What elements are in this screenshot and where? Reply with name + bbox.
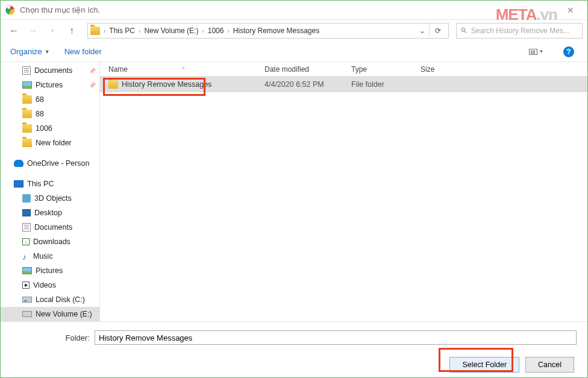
breadcrumb-item[interactable]: New Volume (E:) bbox=[142, 25, 201, 36]
sidebar-item-localdisk-c[interactable]: Local Disk (C:) bbox=[1, 292, 99, 307]
sidebar-item-pictures2[interactable]: Pictures bbox=[1, 263, 99, 278]
view-icon bbox=[529, 49, 537, 55]
folder-input-label: Folder: bbox=[11, 333, 90, 342]
folder-input[interactable] bbox=[95, 330, 577, 345]
onedrive-icon bbox=[14, 160, 23, 167]
chevron-right-icon: › bbox=[226, 28, 230, 34]
sort-indicator-icon: ^ bbox=[182, 66, 184, 72]
desktop-icon bbox=[22, 209, 31, 216]
cancel-button[interactable]: Cancel bbox=[525, 357, 574, 373]
file-list: Name^ Date modified Type Size History Re… bbox=[100, 62, 587, 321]
close-button[interactable]: ✕ bbox=[558, 2, 583, 19]
sidebar-item-videos[interactable]: ▶Videos bbox=[1, 278, 99, 292]
chevron-down-icon: ▼ bbox=[45, 49, 50, 55]
sidebar-item-88[interactable]: 88 bbox=[1, 107, 99, 121]
file-name: History Remove Messages bbox=[122, 80, 211, 89]
help-icon: ? bbox=[563, 46, 574, 57]
breadcrumb-item[interactable]: History Remove Messages bbox=[231, 25, 322, 36]
folder-icon bbox=[22, 139, 32, 147]
chrome-icon bbox=[5, 5, 15, 15]
file-date: 4/4/2020 6:52 PM bbox=[260, 80, 346, 89]
breadcrumb-item[interactable]: 1006 bbox=[205, 25, 227, 36]
disk-icon bbox=[22, 311, 32, 317]
forward-button[interactable]: → bbox=[25, 22, 42, 39]
sidebar: Documents📌 Pictures📌 68 88 1006 New fold… bbox=[1, 62, 100, 321]
search-input[interactable]: 🔍︎ Search History Remove Mes... bbox=[456, 23, 583, 39]
folder-icon bbox=[90, 27, 100, 35]
dialog-footer: Folder: Select Folder Cancel bbox=[1, 321, 587, 378]
sidebar-item-68[interactable]: 68 bbox=[1, 92, 99, 107]
sidebar-item-1006[interactable]: 1006 bbox=[1, 121, 99, 136]
main-area: Documents📌 Pictures📌 68 88 1006 New fold… bbox=[1, 62, 587, 321]
chevron-down-icon: ▼ bbox=[539, 49, 544, 54]
column-headers[interactable]: Name^ Date modified Type Size bbox=[100, 62, 587, 77]
file-type: File folder bbox=[346, 80, 416, 89]
sidebar-item-desktop[interactable]: Desktop bbox=[1, 206, 99, 220]
column-name[interactable]: Name^ bbox=[100, 65, 260, 74]
chevron-right-icon: › bbox=[137, 28, 142, 34]
column-date[interactable]: Date modified bbox=[260, 65, 346, 74]
pictures-icon bbox=[22, 267, 32, 274]
sidebar-item-newvolume-e[interactable]: New Volume (E:) bbox=[1, 307, 99, 321]
chevron-right-icon: › bbox=[201, 28, 205, 34]
3d-objects-icon bbox=[22, 194, 31, 203]
sidebar-item-newfolder[interactable]: New folder bbox=[1, 136, 99, 150]
new-folder-button[interactable]: New folder bbox=[64, 47, 102, 56]
toolbar: Organize▼ New folder ▼ ? bbox=[1, 42, 587, 62]
sidebar-item-3dobjects[interactable]: 3D Objects bbox=[1, 191, 99, 206]
file-row[interactable]: History Remove Messages 4/4/2020 6:52 PM… bbox=[100, 77, 587, 92]
folder-icon bbox=[22, 110, 32, 118]
pictures-icon bbox=[22, 81, 32, 89]
disk-icon bbox=[22, 297, 32, 303]
refresh-button[interactable]: ⟳ bbox=[429, 23, 446, 39]
sidebar-item-pictures[interactable]: Pictures📌 bbox=[1, 78, 99, 92]
view-options-button[interactable]: ▼ bbox=[527, 45, 545, 59]
sidebar-item-onedrive[interactable]: OneDrive - Person bbox=[1, 156, 99, 171]
music-icon: ♪ bbox=[22, 252, 30, 260]
breadcrumb[interactable]: › This PC › New Volume (E:) › 1006 › His… bbox=[87, 23, 449, 39]
pc-icon bbox=[14, 180, 23, 187]
downloads-icon: ↓ bbox=[22, 238, 30, 245]
chevron-right-icon: › bbox=[102, 28, 107, 34]
sidebar-item-documents[interactable]: Documents📌 bbox=[1, 63, 99, 78]
pin-icon: 📌 bbox=[89, 82, 96, 89]
select-folder-button[interactable]: Select Folder bbox=[449, 357, 519, 373]
up-button[interactable]: ↑ bbox=[63, 22, 80, 39]
sidebar-item-downloads[interactable]: ↓Downloads bbox=[1, 235, 99, 249]
breadcrumb-item[interactable]: This PC bbox=[107, 25, 137, 36]
documents-icon bbox=[22, 223, 31, 232]
sidebar-item-music[interactable]: ♪Music bbox=[1, 249, 99, 263]
documents-icon bbox=[22, 66, 31, 75]
folder-icon bbox=[22, 95, 32, 104]
back-button[interactable]: ← bbox=[5, 22, 22, 39]
watermark: META.vn bbox=[496, 5, 557, 24]
breadcrumb-dropdown[interactable]: ⌄ bbox=[416, 27, 429, 35]
column-size[interactable]: Size bbox=[416, 65, 464, 74]
column-type[interactable]: Type bbox=[346, 65, 416, 74]
folder-icon bbox=[22, 124, 32, 133]
search-icon: 🔍︎ bbox=[460, 27, 468, 35]
recent-dropdown[interactable]: ▾ bbox=[44, 22, 61, 39]
videos-icon: ▶ bbox=[22, 282, 30, 289]
sidebar-item-thispc[interactable]: This PC bbox=[1, 177, 99, 191]
help-button[interactable]: ? bbox=[560, 45, 578, 59]
organize-button[interactable]: Organize▼ bbox=[10, 47, 50, 56]
sidebar-item-documents2[interactable]: Documents bbox=[1, 220, 99, 235]
folder-icon bbox=[108, 80, 118, 89]
pin-icon: 📌 bbox=[89, 68, 96, 74]
window-title: Chọn thư mục tiện ích. bbox=[20, 5, 558, 14]
